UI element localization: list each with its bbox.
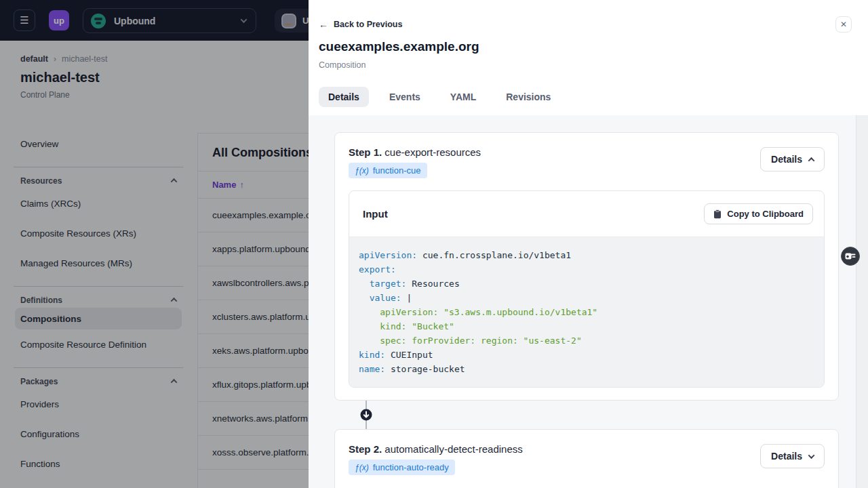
step-2-number: Step 2. <box>349 443 382 455</box>
copy-to-clipboard-button[interactable]: Copy to Clipboard <box>704 203 813 224</box>
panel-content: Step 1. cue-export-resources ƒ(x) functi… <box>309 115 868 488</box>
resource-inspector-button[interactable] <box>841 247 860 266</box>
code-line: apiVersion: cue.fn.crossplane.io/v1beta1 <box>359 248 814 262</box>
close-panel-button[interactable]: ✕ <box>835 16 852 33</box>
step-2-name: automatically-detect-readiness <box>384 443 522 455</box>
composition-title: cueexamples.example.org <box>319 39 479 54</box>
code-line: kind: "Bucket" <box>359 319 814 333</box>
clipboard-icon <box>713 209 722 219</box>
code-key: value: <box>370 293 401 303</box>
function-badge[interactable]: ƒ(x) function-cue <box>349 163 427 178</box>
input-card-header: Input Copy to Clipboard <box>349 191 824 237</box>
step-1-card: Step 1. cue-export-resources ƒ(x) functi… <box>334 132 839 401</box>
back-link-label: Back to Previous <box>334 20 402 29</box>
step-1-number: Step 1. <box>349 146 382 158</box>
code-key: kind: <box>359 350 385 360</box>
pipeline-connector <box>334 401 839 429</box>
code-key: apiVersion: <box>359 250 417 260</box>
function-badge-label: function-cue <box>373 165 421 176</box>
tab[interactable]: YAML <box>441 87 486 107</box>
code-key: export: <box>359 264 396 274</box>
step-1-name: cue-export-resources <box>384 146 481 158</box>
code-line: kind: CUEInput <box>359 348 814 362</box>
code-line: spec: forProvider: region: "us-east-2" <box>359 333 814 348</box>
chevron-up-icon <box>808 157 815 163</box>
function-icon: ƒ(x) <box>355 463 369 472</box>
back-arrow-icon: ← <box>319 19 328 30</box>
copy-button-label: Copy to Clipboard <box>727 209 804 219</box>
tab-label: YAML <box>450 92 476 102</box>
step-2-title: Step 2. automatically-detect-readiness <box>349 443 825 455</box>
composition-kind-label: Composition <box>319 60 366 70</box>
step-2-details-button[interactable]: Details <box>760 444 825 468</box>
code-key: target: <box>370 279 407 289</box>
composition-detail-panel: ← Back to Previous ✕ cueexamples.example… <box>309 0 868 488</box>
close-icon: ✕ <box>840 20 847 29</box>
code-line: target: Resources <box>359 277 814 291</box>
panel-tabs: Details Events YAML Revisions <box>319 87 560 107</box>
tab[interactable]: Revisions <box>496 87 560 107</box>
step-1-details-button[interactable]: Details <box>760 147 825 171</box>
code-value: cue.fn.crossplane.io/v1beta1 <box>417 250 571 260</box>
code-value: CUEInput <box>385 350 433 360</box>
code-line: value: | <box>359 291 814 305</box>
code-line: export: <box>359 262 814 277</box>
tab-label: Events <box>389 92 420 102</box>
code-value: storage-bucket <box>385 364 465 374</box>
code-value: spec: forProvider: region: "us-east-2" <box>380 336 581 346</box>
tab[interactable]: Details <box>319 87 369 107</box>
step-2-card: Step 2. automatically-detect-readiness ƒ… <box>334 429 839 488</box>
code-key: name: <box>359 364 385 374</box>
details-button-label: Details <box>771 154 802 165</box>
step-1-header: Step 1. cue-export-resources ƒ(x) functi… <box>335 133 838 190</box>
step-2-header: Step 2. automatically-detect-readiness ƒ… <box>335 430 838 487</box>
tab[interactable]: Events <box>380 87 430 107</box>
function-badge-label: function-auto-ready <box>373 462 449 472</box>
code-value: apiVersion: "s3.aws.m.upbound.io/v1beta1… <box>380 307 597 317</box>
chevron-down-icon <box>808 452 815 459</box>
yaml-code-block: apiVersion: cue.fn.crossplane.io/v1beta1… <box>349 237 824 387</box>
input-card: Input Copy to Clipboard apiVersion: cue.… <box>349 190 825 388</box>
tab-label: Revisions <box>506 92 551 102</box>
code-value: kind: "Bucket" <box>380 321 454 331</box>
id-card-list-icon <box>845 252 856 260</box>
back-to-previous-link[interactable]: ← Back to Previous <box>319 19 402 30</box>
arrow-down-circle-icon <box>360 409 372 421</box>
code-line: name: storage-bucket <box>359 362 814 376</box>
input-card-title: Input <box>363 208 388 220</box>
step-1-title: Step 1. cue-export-resources <box>349 146 825 158</box>
details-button-label: Details <box>771 451 802 462</box>
tab-label: Details <box>328 92 359 102</box>
function-icon: ƒ(x) <box>355 166 369 176</box>
panel-scrollbar[interactable] <box>856 115 868 488</box>
code-value: Resources <box>406 279 459 289</box>
code-value: | <box>401 293 412 303</box>
function-badge[interactable]: ƒ(x) function-auto-ready <box>349 460 455 475</box>
code-line: apiVersion: "s3.aws.m.upbound.io/v1beta1… <box>359 305 814 319</box>
